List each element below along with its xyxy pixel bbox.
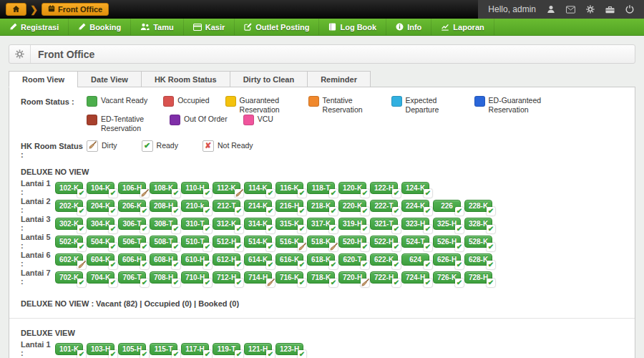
briefcase-icon[interactable] xyxy=(605,6,615,14)
room-button-604-k[interactable]: 604-K✔ xyxy=(87,253,114,266)
room-button-123-h[interactable]: 123-H✔ xyxy=(275,343,303,355)
tab-room-view[interactable]: Room View xyxy=(9,71,78,87)
room-button-102-k[interactable]: 102-K✔ xyxy=(55,182,83,194)
room-button-212-t[interactable]: 212-T✔ xyxy=(213,200,240,212)
room-button-119-t[interactable]: 119-T✔ xyxy=(213,343,240,355)
room-button-306-t[interactable]: 306-T✔ xyxy=(118,218,146,230)
nav-item-info[interactable]: Info xyxy=(386,19,431,35)
room-button-502-k[interactable]: 502-K✔ xyxy=(55,236,83,248)
room-button-124-k[interactable]: 124-K✔ xyxy=(401,182,429,194)
room-button-310-t[interactable]: 310-T✔ xyxy=(181,218,209,230)
nav-item-laporan[interactable]: Laporan xyxy=(431,19,494,35)
room-button-214-k[interactable]: 214-K✔ xyxy=(244,200,272,212)
tab-dirty-to-clean[interactable]: Dirty to Clean xyxy=(230,71,308,87)
room-button-321-t[interactable]: 321-T✔ xyxy=(370,218,398,230)
room-button-620-t[interactable]: 620-T✔ xyxy=(338,253,366,266)
room-button-706-t[interactable]: 706-T✔ xyxy=(118,271,146,284)
room-button-722-h[interactable]: 722-H✔ xyxy=(370,271,398,284)
room-button-216-h[interactable]: 216-H✔ xyxy=(275,200,303,212)
room-button-704-k[interactable]: 704-K✔ xyxy=(87,271,114,284)
room-button-612-h[interactable]: 612-H✔ xyxy=(213,253,240,266)
front-office-button[interactable]: Front Office xyxy=(42,3,109,16)
room-button-522-h[interactable]: 522-H✔ xyxy=(370,236,398,248)
user-icon[interactable] xyxy=(547,5,555,14)
room-button-315-k[interactable]: 315-K✔ xyxy=(275,218,303,230)
room-button-220-k[interactable]: 220-K✔ xyxy=(338,200,366,212)
room-button-226[interactable]: 226✔ xyxy=(433,200,461,212)
room-button-622-k[interactable]: 622-K✔ xyxy=(370,253,398,266)
tab-reminder[interactable]: Reminder xyxy=(307,71,371,87)
room-button-728-h[interactable]: 728-H✔ xyxy=(464,271,492,284)
room-button-506-t[interactable]: 506-T✔ xyxy=(118,236,146,248)
room-button-626-h[interactable]: 626-H✔ xyxy=(433,253,461,266)
room-button-614-k[interactable]: 614-K✔ xyxy=(244,253,272,266)
room-button-118-t[interactable]: 118-T✔ xyxy=(307,182,335,194)
room-button-610-h[interactable]: 610-H✔ xyxy=(181,253,209,266)
room-button-112-k[interactable]: 112-K xyxy=(213,182,240,194)
room-button-724-h[interactable]: 724-H✔ xyxy=(401,271,429,284)
room-button-101-k[interactable]: 101-K✔ xyxy=(55,343,83,355)
room-button-512-h[interactable]: 512-H✔ xyxy=(213,236,240,248)
room-button-510-t[interactable]: 510-T✔ xyxy=(181,236,209,248)
room-button-317-k[interactable]: 317-K✔ xyxy=(307,218,335,230)
room-button-716-k[interactable]: 716-K✔ xyxy=(275,271,303,284)
room-button-302-k[interactable]: 302-K✔ xyxy=(55,218,83,230)
room-button-618-k[interactable]: 618-K✔ xyxy=(307,253,335,266)
room-button-110-h[interactable]: 110-H✔ xyxy=(181,182,209,194)
room-button-718-k[interactable]: 718-K✔ xyxy=(307,271,335,284)
room-button-726-k[interactable]: 726-K✔ xyxy=(433,271,461,284)
room-button-312-k[interactable]: 312-K✔ xyxy=(213,218,240,230)
room-button-104-k[interactable]: 104-K✔ xyxy=(87,182,114,194)
nav-item-log-book[interactable]: Log Book xyxy=(319,19,386,35)
room-button-526-h[interactable]: 526-H✔ xyxy=(433,236,461,248)
room-button-702-k[interactable]: 702-K✔ xyxy=(55,271,83,284)
room-button-628-k[interactable]: 628-K✔ xyxy=(464,253,492,266)
room-button-106-h[interactable]: 106-H xyxy=(118,182,146,194)
room-button-323-h[interactable]: 323-H✔ xyxy=(401,218,429,230)
room-button-202-k[interactable]: 202-K✔ xyxy=(55,200,83,212)
tab-date-view[interactable]: Date View xyxy=(77,71,142,87)
room-button-204-k[interactable]: 204-K✔ xyxy=(87,200,114,212)
room-button-206-k[interactable]: 206-K✔ xyxy=(118,200,146,212)
power-icon[interactable] xyxy=(625,5,634,14)
room-button-518-k[interactable]: 518-K xyxy=(307,236,335,248)
room-button-708-h[interactable]: 708-H✔ xyxy=(150,271,177,284)
room-button-608-h[interactable]: 608-H✔ xyxy=(150,253,177,266)
room-button-606-h[interactable]: 606-H✔ xyxy=(118,253,146,266)
tab-hk-room-status[interactable]: HK Room Status xyxy=(141,71,230,87)
nav-item-kasir[interactable]: Kasir xyxy=(184,19,235,35)
room-button-120-k[interactable]: 120-K✔ xyxy=(338,182,366,194)
nav-item-booking[interactable]: Booking xyxy=(69,19,131,35)
room-button-720-h[interactable]: 720-H xyxy=(338,271,366,284)
room-button-514-k[interactable]: 514-K✔ xyxy=(244,236,272,248)
nav-item-registrasi[interactable]: Registrasi xyxy=(0,19,69,35)
room-button-121-h[interactable]: 121-H✔ xyxy=(244,343,272,355)
room-button-105-h[interactable]: 105-H✔ xyxy=(118,343,146,355)
room-button-224-k[interactable]: 224-K✔ xyxy=(401,200,429,212)
room-button-122-h[interactable]: 122-H✔ xyxy=(370,182,398,194)
room-button-218-k[interactable]: 218-K✔ xyxy=(307,200,335,212)
room-button-210-k[interactable]: 210-k✔ xyxy=(181,200,209,212)
room-button-319-h[interactable]: 319-H✔ xyxy=(338,218,366,230)
room-button-516-k[interactable]: 516-K xyxy=(275,236,303,248)
room-button-117-h[interactable]: 117-H✔ xyxy=(181,343,209,355)
room-button-616-k[interactable]: 616-K✔ xyxy=(275,253,303,266)
room-button-114-k[interactable]: 114-K✔ xyxy=(244,182,272,194)
room-button-714-h[interactable]: 714-H xyxy=(244,271,272,284)
nav-item-outlet-posting[interactable]: Outlet Posting xyxy=(235,19,319,35)
room-button-710-h[interactable]: 710-H✔ xyxy=(181,271,209,284)
room-button-116-k[interactable]: 116-K✔ xyxy=(275,182,303,194)
room-button-314-k[interactable]: 314-K✔ xyxy=(244,218,272,230)
room-button-508-t[interactable]: 508-T✔ xyxy=(150,236,177,248)
room-button-222-t[interactable]: 222-T✔ xyxy=(370,200,398,212)
room-button-108-k[interactable]: 108-K✔ xyxy=(150,182,177,194)
room-button-524-t[interactable]: 524-T✔ xyxy=(401,236,429,248)
page-gear-icon[interactable] xyxy=(9,45,31,63)
room-button-624[interactable]: 624✔ xyxy=(401,253,429,266)
room-button-504-k[interactable]: 504-K✔ xyxy=(87,236,114,248)
room-button-325-h[interactable]: 325-H✔ xyxy=(433,218,461,230)
room-button-308-t[interactable]: 308-T✔ xyxy=(150,218,177,230)
room-button-208-h[interactable]: 208-H✔ xyxy=(150,200,177,212)
room-button-103-h[interactable]: 103-H✔ xyxy=(87,343,114,355)
nav-item-tamu[interactable]: Tamu xyxy=(131,19,184,35)
